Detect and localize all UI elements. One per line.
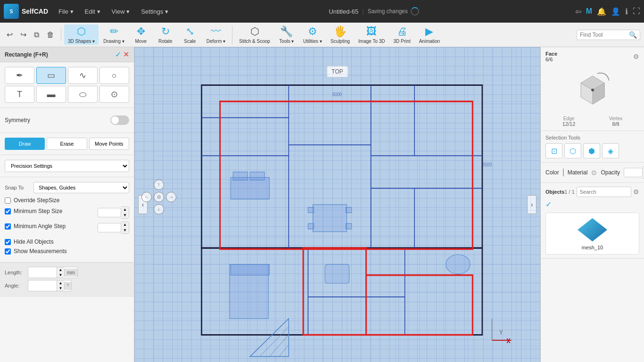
compass-left[interactable]: ← (141, 192, 152, 202)
snap-to-row: Snap To Shapes, Guides (5, 182, 129, 193)
animation-label: Animation (419, 39, 440, 44)
objects-filter-check[interactable]: ✓ (545, 200, 552, 209)
draw-tool-target[interactable]: ⊙ (99, 86, 129, 103)
snap-to-dropdown[interactable]: Shapes, Guides (33, 182, 129, 193)
tool-image-to-3d[interactable]: 🖼 Image To 3D (355, 25, 389, 45)
info-icon[interactable]: ℹ (625, 7, 628, 16)
tool-drawing[interactable]: ✏ Drawing ▾ (99, 25, 128, 45)
tool-animation[interactable]: ▶ Animation (415, 25, 444, 45)
svg-point-30 (446, 255, 470, 274)
image-to-3d-icon: 🖼 (366, 25, 377, 38)
min-angle-step-checkbox[interactable] (5, 223, 11, 230)
edge-value: 12/12 (562, 121, 576, 127)
canvas-area[interactable]: TOP ‹ › ↑ ← ⊙ → ↓ (134, 47, 540, 362)
mesh-item[interactable]: mesh_10 (545, 213, 639, 255)
title-area: Untitled-65 | Saving changes (179, 7, 570, 16)
draw-tool-circle[interactable]: ○ (99, 67, 129, 84)
menu-view[interactable]: View ▾ (107, 6, 135, 17)
tool-rotate[interactable]: ↻ Rotate (154, 25, 177, 45)
utilities-icon: ⚙ (308, 25, 317, 38)
draw-tool-ellipse[interactable]: ⬭ (68, 86, 98, 103)
length-up-arrow[interactable]: ▲ (57, 267, 64, 272)
move-points-button[interactable]: Move Points (89, 138, 129, 150)
min-angle-step-row: Minimum Angle Step 90 ▲ ▼ (5, 222, 129, 234)
min-step-size-checkbox[interactable] (5, 208, 11, 214)
length-down-arrow[interactable]: ▼ (57, 272, 64, 278)
objects-header: Objects 1 / 1 🔍 ⚙ (545, 187, 639, 197)
face-gear-icon[interactable]: ⚙ (633, 53, 639, 60)
draw-tool-wave[interactable]: ∿ (68, 67, 98, 84)
sel-tool-2[interactable]: ⬡ (564, 143, 581, 158)
objects-gear-icon[interactable]: ⚙ (633, 188, 639, 196)
menu-edit[interactable]: Edit ▾ (80, 6, 105, 17)
draw-tool-rectangle[interactable]: ▭ (36, 67, 66, 84)
draw-tool-text[interactable]: T (5, 86, 34, 103)
tool-move[interactable]: ✥ Move (129, 25, 153, 45)
angle-input[interactable]: 0 (28, 281, 57, 290)
app-logo[interactable]: S SelfCAD (4, 4, 48, 19)
scale-label: Scale (184, 39, 196, 44)
tool-scale[interactable]: ⤡ Scale (178, 25, 202, 45)
account-icon[interactable]: 👤 (611, 7, 620, 16)
find-tool-input[interactable] (580, 32, 627, 38)
show-measurements-label: Show Measurements (14, 248, 67, 255)
color-swatch[interactable] (563, 168, 564, 177)
saving-spinner (411, 7, 419, 16)
copy-button[interactable]: ⧉ (31, 28, 42, 41)
draw-tool-pen[interactable]: ✒ (5, 67, 34, 84)
length-input[interactable]: 0 (28, 268, 57, 277)
redo-button[interactable]: ↪ (17, 28, 29, 41)
min-step-up-arrow[interactable]: ▲ (121, 207, 129, 213)
precision-dropdown[interactable]: Precision Settings (5, 160, 129, 172)
min-step-size-input[interactable]: 1 (98, 208, 121, 217)
material-icon[interactable]: ⊙ (591, 169, 597, 176)
tool-deform[interactable]: 〰 Deform ▾ (203, 25, 230, 45)
image-to-3d-label: Image To 3D (358, 39, 385, 44)
angle-down-arrow[interactable]: ▼ (57, 286, 64, 291)
draw-button[interactable]: Draw (5, 138, 45, 150)
share-icon[interactable]: ⇦ (575, 7, 581, 16)
show-measurements-checkbox[interactable] (5, 248, 11, 255)
undo-redo-group: ↩ ↪ ⧉ 🗑 (4, 28, 61, 41)
tool-sculpting[interactable]: 🖐 Sculpting (327, 25, 354, 45)
fullscreen-icon[interactable]: ⛶ (633, 7, 640, 16)
erase-button[interactable]: Erase (47, 138, 87, 150)
draw-tool-rect-filled[interactable]: ▬ (36, 86, 66, 103)
min-angle-step-input-wrap: 90 ▲ ▼ (98, 222, 129, 234)
menu-file[interactable]: File ▾ (54, 6, 78, 17)
tool-3d-print[interactable]: 🖨 3D Print (390, 25, 414, 45)
sel-tool-1[interactable]: ⊡ (545, 143, 562, 158)
opacity-input[interactable]: 100 (624, 168, 643, 177)
tool-stitch-scoop[interactable]: ⬡ Stitch & Scoop (235, 25, 274, 45)
hide-all-objects-checkbox[interactable] (5, 239, 11, 245)
angle-up-arrow[interactable]: ▲ (57, 280, 64, 286)
tool-3d-shapes[interactable]: ⬡ 3D Shapes ▾ (64, 25, 99, 45)
objects-search-input[interactable] (577, 188, 631, 196)
tool-utilities[interactable]: ⚙ Utilities ▾ (299, 25, 326, 45)
undo-button[interactable]: ↩ (4, 28, 16, 41)
monetize-icon[interactable]: M (586, 7, 592, 16)
override-stepsize-checkbox[interactable] (5, 197, 11, 204)
color-material-section: Color Material ⊙ Opacity 100 ▲ ▼ (541, 163, 644, 183)
panel-confirm-button[interactable]: ✓ (115, 50, 121, 59)
symmetry-toggle[interactable] (110, 115, 129, 125)
selection-tools-label: Selection Tools (545, 135, 580, 140)
sel-tool-4[interactable]: ◈ (602, 143, 619, 158)
delete-button[interactable]: 🗑 (44, 28, 57, 41)
tools-icon: 🔧 (280, 25, 293, 38)
tool-tools[interactable]: 🔧 Tools ▾ (275, 25, 298, 45)
min-step-down-arrow[interactable]: ▼ (121, 213, 129, 218)
min-angle-up-arrow[interactable]: ▲ (121, 222, 129, 228)
svg-text:3500: 3500 (482, 162, 492, 168)
color-row: Color Material ⊙ Opacity 100 ▲ ▼ (545, 166, 639, 179)
sel-tool-3[interactable]: ⬢ (583, 143, 600, 158)
menu-settings[interactable]: Settings ▾ (136, 6, 173, 17)
move-label: Move (135, 39, 147, 44)
min-angle-step-input[interactable]: 90 (98, 223, 121, 232)
notification-icon[interactable]: 🔔 (597, 7, 606, 16)
panel-close-button[interactable]: ✕ (123, 50, 129, 59)
length-label: Length: (5, 270, 26, 275)
panel-title: Rectangle (F+R) (5, 51, 48, 58)
3d-print-label: 3D Print (394, 39, 411, 44)
min-angle-down-arrow[interactable]: ▼ (121, 228, 129, 233)
